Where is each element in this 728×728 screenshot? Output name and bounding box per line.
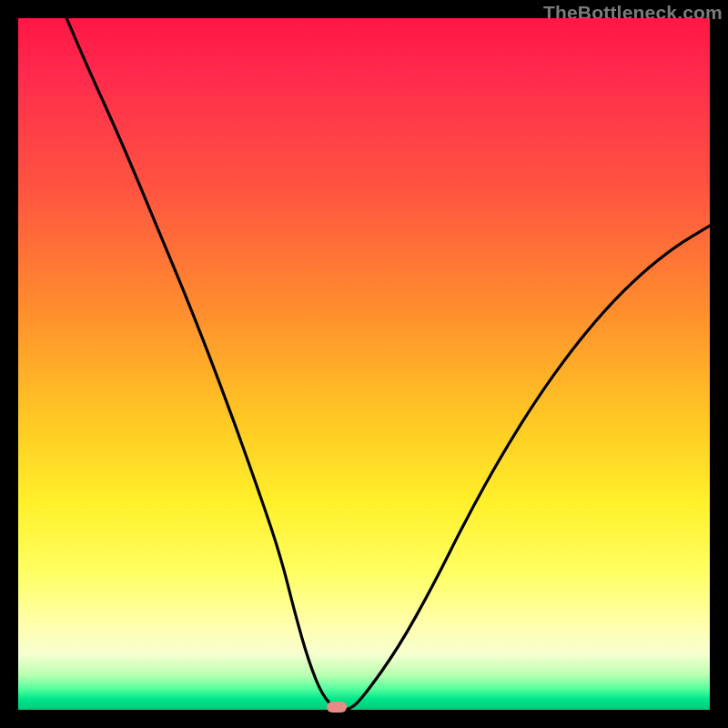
optimum-marker	[327, 702, 347, 713]
plot-area	[18, 18, 710, 710]
chart-frame: TheBottleneck.com	[0, 0, 728, 728]
bottleneck-curve	[18, 18, 710, 710]
